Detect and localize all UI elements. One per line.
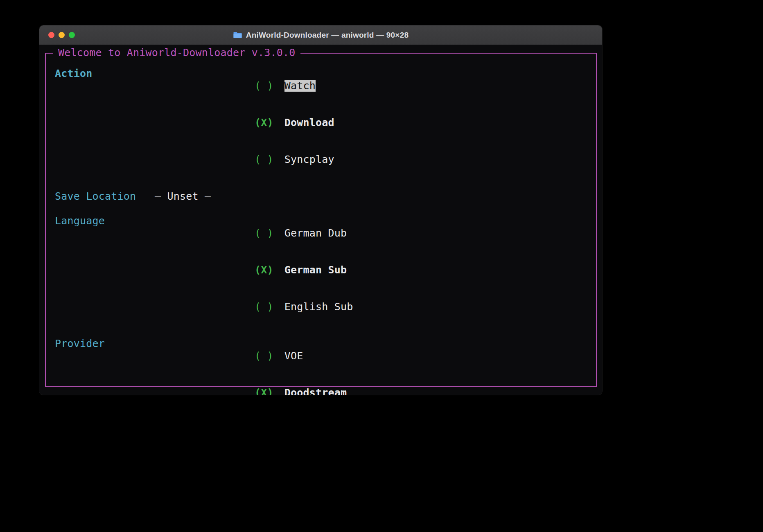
option-label: Syncplay	[284, 153, 334, 165]
radio-checked-icon: (X)	[255, 264, 273, 276]
radio-unchecked-icon: ( )	[255, 227, 273, 239]
traffic-lights	[48, 25, 75, 45]
language-label: Language	[55, 215, 155, 325]
language-group: Language ( )German Dub (X)German Sub ( )…	[55, 215, 596, 325]
save-location-value-wrap: – Unset –	[155, 190, 211, 203]
terminal-window: AniWorld-Downloader — aniworld — 90×28 W…	[39, 25, 602, 395]
provider-option-voe[interactable]: ( )VOE	[155, 338, 347, 374]
action-group: Action ( )Watch (X)Download ( )Syncplay	[55, 68, 596, 178]
tui-dialog: Welcome to Aniworld-Downloader v.3.0.0 A…	[45, 53, 597, 387]
radio-checked-icon: (X)	[255, 117, 273, 128]
folder-icon	[233, 31, 242, 39]
language-option-german-dub[interactable]: ( )German Dub	[155, 215, 353, 252]
action-option-download[interactable]: (X)Download	[155, 104, 334, 141]
close-window-button[interactable]	[48, 32, 54, 38]
dialog-title: Welcome to Aniworld-Downloader v.3.0.0	[53, 47, 300, 59]
dialog-form: Action ( )Watch (X)Download ( )Syncplay	[46, 54, 596, 395]
window-titlebar[interactable]: AniWorld-Downloader — aniworld — 90×28	[39, 25, 602, 45]
provider-option-doodstream[interactable]: (X)Doodstream	[155, 374, 347, 395]
option-label: Doodstream	[284, 387, 347, 395]
radio-unchecked-icon: ( )	[255, 350, 273, 362]
action-option-watch[interactable]: ( )Watch	[155, 68, 334, 104]
zoom-window-button[interactable]	[69, 32, 75, 38]
desktop-background: AniWorld-Downloader — aniworld — 90×28 W…	[0, 0, 763, 532]
provider-label: Provider	[55, 338, 155, 395]
save-location-group: Save Location – Unset –	[55, 190, 596, 203]
radio-unchecked-icon: ( )	[255, 153, 273, 165]
provider-group: Provider ( )VOE (X)Doodstream ( )SpeedFi…	[55, 338, 596, 395]
language-option-english-sub[interactable]: ( )English Sub	[155, 289, 353, 325]
action-option-syncplay[interactable]: ( )Syncplay	[155, 141, 334, 178]
action-label: Action	[55, 68, 155, 178]
language-option-german-sub[interactable]: (X)German Sub	[155, 252, 353, 289]
language-options: ( )German Dub (X)German Sub ( )English S…	[155, 215, 353, 325]
terminal-content: Welcome to Aniworld-Downloader v.3.0.0 A…	[39, 45, 602, 395]
option-label: Download	[284, 117, 334, 128]
window-title: AniWorld-Downloader — aniworld — 90×28	[246, 31, 409, 40]
option-label: German Dub	[284, 227, 347, 239]
option-label: English Sub	[284, 301, 353, 313]
window-title-area: AniWorld-Downloader — aniworld — 90×28	[233, 31, 409, 40]
save-location-value[interactable]: – Unset –	[155, 190, 211, 203]
save-location-label: Save Location	[55, 190, 155, 203]
option-label: German Sub	[284, 264, 347, 276]
radio-unchecked-icon: ( )	[255, 80, 273, 92]
minimize-window-button[interactable]	[59, 32, 65, 38]
provider-options: ( )VOE (X)Doodstream ( )SpeedFiles ( )Lu…	[155, 338, 347, 395]
radio-checked-icon: (X)	[255, 387, 273, 395]
radio-unchecked-icon: ( )	[255, 301, 273, 313]
option-label: VOE	[284, 350, 303, 362]
action-options: ( )Watch (X)Download ( )Syncplay	[155, 68, 334, 178]
option-label-focused: Watch	[284, 80, 316, 92]
